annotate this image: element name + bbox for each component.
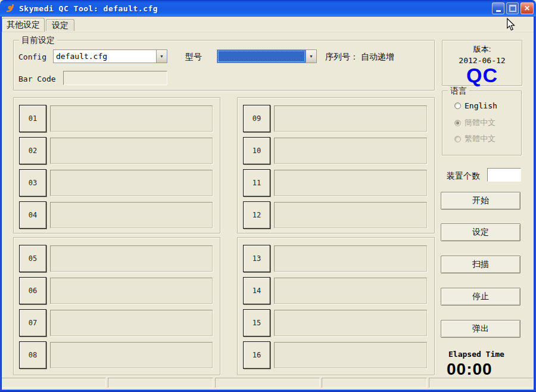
slot-05-button[interactable]: 05 xyxy=(19,245,46,272)
slot-row: 05 xyxy=(19,245,213,272)
elapsed-time-value: 00:00 xyxy=(447,360,493,379)
qc-logo: QC xyxy=(442,65,522,85)
slot-row: 07 xyxy=(19,309,213,337)
slot-row: 01 xyxy=(19,105,213,132)
slot-15-button[interactable]: 15 xyxy=(243,309,270,337)
slot-13-button[interactable]: 13 xyxy=(243,245,270,272)
slot-12-status-panel xyxy=(274,202,427,228)
slot-11-status-panel xyxy=(274,170,427,196)
app-window: Skymedi QC Tool: default.cfg ✕ 其他设定 设定 目… xyxy=(0,0,536,392)
tab-other-settings[interactable]: 其他设定 xyxy=(2,18,45,32)
slot-11-button[interactable]: 11 xyxy=(243,169,270,197)
radio-icon xyxy=(454,102,461,109)
slot-row: 06 xyxy=(19,277,213,304)
slot-group-4: 13141516 xyxy=(237,237,435,375)
slot-01-status-panel xyxy=(50,105,213,132)
radio-traditional-chinese[interactable]: 繁體中文 xyxy=(454,133,496,144)
config-combobox-value: default.cfg xyxy=(54,50,156,63)
slot-group-2: 05060708 xyxy=(13,237,220,375)
slot-row: 10 xyxy=(243,137,427,164)
maximize-button[interactable] xyxy=(506,2,519,14)
stop-button[interactable]: 停止 xyxy=(441,288,521,306)
slot-row: 04 xyxy=(19,201,213,229)
device-count-input[interactable] xyxy=(487,168,521,182)
version-label: 版本: xyxy=(442,44,522,55)
settings-button[interactable]: 设定 xyxy=(441,223,521,241)
slot-row: 03 xyxy=(19,169,213,197)
slot-14-button[interactable]: 14 xyxy=(243,277,270,304)
slot-16-status-panel xyxy=(274,342,427,368)
slot-04-button[interactable]: 04 xyxy=(19,201,46,229)
radio-simplified-chinese[interactable]: 簡體中文 xyxy=(454,117,496,128)
window-border-bottom xyxy=(0,390,536,392)
version-panel: 版本: 2012-06-12 QC xyxy=(442,40,522,86)
config-combobox[interactable]: default.cfg ▼ xyxy=(53,49,167,63)
status-panel-3 xyxy=(215,378,320,388)
model-combobox-value xyxy=(217,50,306,63)
slot-03-button[interactable]: 03 xyxy=(19,169,46,197)
language-group: 语言 English 簡體中文 繁體中文 xyxy=(442,91,522,155)
slot-13-status-panel xyxy=(274,245,427,272)
slot-06-button[interactable]: 06 xyxy=(19,277,46,304)
slot-15-status-panel xyxy=(274,310,427,336)
slot-10-button[interactable]: 10 xyxy=(243,137,270,164)
slot-group-3: 09101112 xyxy=(237,97,435,234)
radio-traditional-chinese-label: 繁體中文 xyxy=(465,133,496,144)
slot-row: 08 xyxy=(19,341,213,369)
config-combobox-dropdown-button[interactable]: ▼ xyxy=(156,50,167,63)
slot-16-button[interactable]: 16 xyxy=(243,341,270,369)
radio-english[interactable]: English xyxy=(454,101,497,110)
slot-05-status-panel xyxy=(50,245,213,272)
status-bar xyxy=(1,378,534,388)
skymedi-logo-icon xyxy=(5,3,15,14)
eject-button[interactable]: 弹出 xyxy=(441,320,521,338)
model-combobox-dropdown-button[interactable]: ▼ xyxy=(306,50,316,63)
radio-icon xyxy=(454,120,461,126)
slot-02-button[interactable]: 02 xyxy=(19,137,46,164)
current-settings-group: 目前设定 Config default.cfg ▼ 型号 ▼ 序列号： 自动递增… xyxy=(13,40,435,91)
slot-01-button[interactable]: 01 xyxy=(19,105,46,132)
config-label: Config xyxy=(18,52,46,61)
barcode-label: Bar Code xyxy=(18,74,56,83)
slot-08-button[interactable]: 08 xyxy=(19,341,46,369)
window-title: Skymedi QC Tool: default.cfg xyxy=(19,4,492,13)
window-border-left xyxy=(0,17,2,392)
slot-03-status-panel xyxy=(50,170,213,196)
barcode-input[interactable] xyxy=(63,71,167,85)
language-group-label: 语言 xyxy=(448,86,469,95)
tab-settings[interactable]: 设定 xyxy=(46,19,74,32)
current-settings-group-label: 目前设定 xyxy=(19,35,57,45)
slot-07-status-panel xyxy=(50,310,213,336)
slot-row: 15 xyxy=(243,309,427,337)
slot-row: 13 xyxy=(243,245,427,272)
slot-08-status-panel xyxy=(50,342,213,368)
scan-button[interactable]: 扫描 xyxy=(441,256,521,273)
tab-baseline xyxy=(2,31,534,32)
slot-12-button[interactable]: 12 xyxy=(243,201,270,229)
start-button[interactable]: 开始 xyxy=(441,192,521,210)
model-label: 型号 xyxy=(185,52,202,63)
minimize-button[interactable] xyxy=(492,2,504,14)
status-panel-4 xyxy=(322,378,426,388)
close-button[interactable]: ✕ xyxy=(521,2,534,14)
slot-row: 14 xyxy=(243,277,427,304)
slot-09-button[interactable]: 09 xyxy=(243,105,270,132)
model-combobox[interactable]: ▼ xyxy=(217,49,317,63)
radio-english-label: English xyxy=(465,101,497,110)
mouse-cursor-icon xyxy=(506,18,515,31)
window-controls: ✕ xyxy=(492,2,534,14)
chevron-down-icon: ▼ xyxy=(160,54,164,58)
chevron-down-icon: ▼ xyxy=(309,54,313,58)
title-bar[interactable]: Skymedi QC Tool: default.cfg ✕ xyxy=(0,0,536,17)
slot-04-status-panel xyxy=(50,202,213,228)
radio-simplified-chinese-label: 簡體中文 xyxy=(465,117,496,128)
slot-row: 12 xyxy=(243,201,427,229)
slot-14-status-panel xyxy=(274,278,427,304)
close-icon: ✕ xyxy=(524,5,530,12)
status-panel-5 xyxy=(429,378,534,388)
slot-06-status-panel xyxy=(50,278,213,304)
slot-07-button[interactable]: 07 xyxy=(19,309,46,337)
device-count-label: 装置个数 xyxy=(447,171,480,182)
slot-row: 09 xyxy=(243,105,427,132)
slot-row: 16 xyxy=(243,341,427,369)
